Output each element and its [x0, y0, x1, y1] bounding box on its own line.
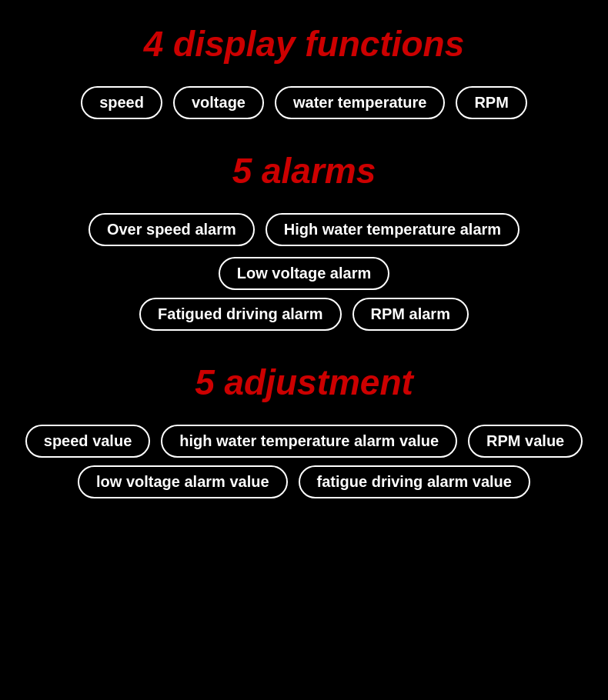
tag-rpm-alarm: RPM alarm: [352, 298, 469, 331]
alarms-title: 5 alarms: [232, 150, 376, 192]
tag-fatigued-driving-alarm: Fatigued driving alarm: [139, 298, 341, 331]
display-title: 4 display functions: [144, 23, 465, 65]
tag-low-voltage-alarm: Low voltage alarm: [219, 257, 390, 290]
adjustment-row2: low voltage alarm value fatigue driving …: [78, 465, 530, 498]
tag-rpm-value: RPM value: [468, 425, 583, 458]
tag-speed: speed: [81, 86, 162, 119]
tag-fatigue-driving-alarm-value: fatigue driving alarm value: [299, 465, 530, 498]
tag-high-water-temp-alarm: High water temperature alarm: [266, 213, 519, 246]
main-container: 4 display functions speed voltage water …: [0, 0, 608, 700]
display-tags-row: speed voltage water temperature RPM: [81, 86, 527, 119]
adjustment-row1: speed value high water temperature alarm…: [25, 425, 583, 458]
tag-voltage: voltage: [173, 86, 264, 119]
tag-low-voltage-alarm-value: low voltage alarm value: [78, 465, 288, 498]
alarms-row2: Fatigued driving alarm RPM alarm: [139, 298, 469, 331]
adjustment-title: 5 adjustment: [195, 362, 413, 403]
tag-speed-value: speed value: [25, 425, 151, 458]
tag-over-speed-alarm: Over speed alarm: [89, 213, 255, 246]
tag-rpm: RPM: [456, 86, 526, 119]
alarms-row1: Over speed alarm High water temperature …: [15, 213, 593, 290]
tag-water-temperature: water temperature: [275, 86, 445, 119]
tag-high-water-temp-alarm-value: high water temperature alarm value: [161, 425, 457, 458]
